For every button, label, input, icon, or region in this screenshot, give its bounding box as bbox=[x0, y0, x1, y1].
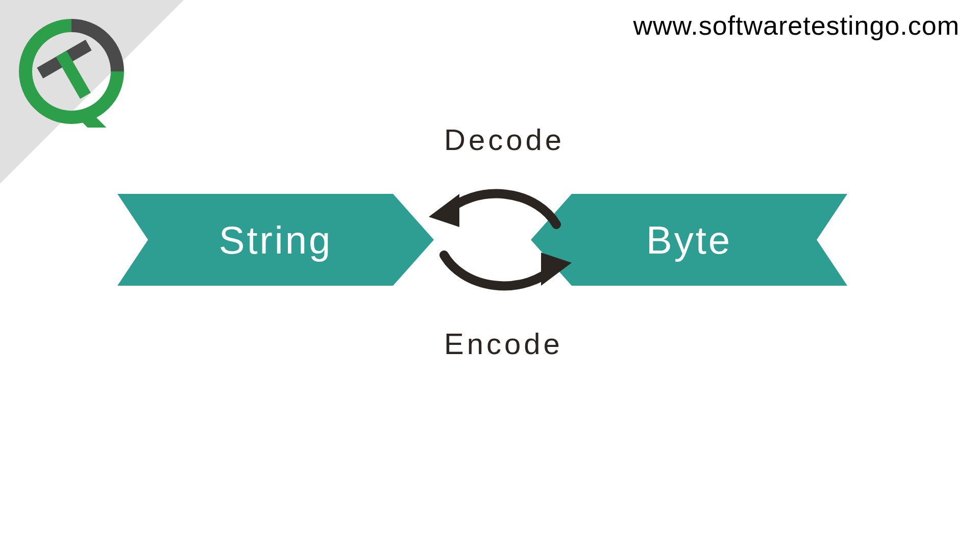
encode-decode-diagram: String Byte Decode Encode bbox=[0, 133, 980, 439]
decode-label: Decode bbox=[444, 122, 565, 157]
logo-icon bbox=[15, 15, 128, 128]
string-banner: String bbox=[117, 194, 434, 286]
byte-label: Byte bbox=[646, 218, 732, 262]
website-url: www.softwaretestingo.com bbox=[633, 10, 960, 41]
logo bbox=[15, 15, 128, 128]
cycle-arrows bbox=[419, 158, 582, 321]
svg-marker-4 bbox=[429, 194, 459, 227]
string-label: String bbox=[219, 218, 333, 262]
encode-label: Encode bbox=[444, 327, 563, 361]
svg-marker-5 bbox=[541, 253, 572, 286]
cycle-arrows-icon bbox=[419, 158, 582, 321]
